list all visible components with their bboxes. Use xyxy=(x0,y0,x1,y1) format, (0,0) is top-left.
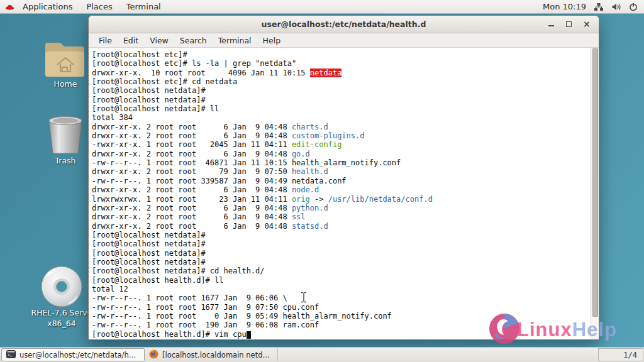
trash-icon xyxy=(34,113,97,156)
menu-edit[interactable]: Edit xyxy=(118,35,144,47)
taskbar-window-label: user@localhost:/etc/netdata/health.d xyxy=(19,351,140,359)
terminal-line: total 12 xyxy=(92,285,590,293)
taskbar-window-firefox[interactable]: [localhost.localdomain netdata dashb... xyxy=(145,348,278,361)
desktop: Applications Places Terminal Mon 10:19 xyxy=(0,0,644,362)
terminal-line: [root@localhost etc]# xyxy=(92,50,590,59)
terminal-line: drwxr-xr-x. 2 root root 6 Jan 9 04:48 ss… xyxy=(92,212,590,221)
menu-search[interactable]: Search xyxy=(174,35,213,47)
taskbar-spacer xyxy=(278,348,598,362)
menu-file[interactable]: File xyxy=(93,35,118,47)
terminal-line: [root@localhost netdata]# xyxy=(92,86,590,95)
text-cursor-pointer-icon xyxy=(300,292,308,305)
terminal-line: [root@localhost netdata]# ll xyxy=(92,104,590,113)
terminal-line: [root@localhost health.d]# ll xyxy=(92,276,590,285)
maximize-button[interactable] xyxy=(565,21,572,28)
scrollbar[interactable] xyxy=(591,48,599,339)
terminal-window: user@localhost:/etc/netdata/health.d × F… xyxy=(88,15,599,340)
terminal-line: -rwxr-xr-x. 1 root root 2045 Jan 11 04:1… xyxy=(92,140,590,149)
menu-terminal[interactable]: Terminal xyxy=(213,35,257,47)
terminal-line: [root@localhost health.d]# vim cpu xyxy=(92,330,590,339)
terminal-line: -rw-r--r--. 1 root root 1677 Jan 9 06:06… xyxy=(92,293,590,302)
close-button[interactable]: × xyxy=(583,21,590,28)
network-icon[interactable] xyxy=(594,3,604,11)
desktop-icon-trash[interactable]: Trash xyxy=(34,113,97,167)
desktop-icon-label: Home xyxy=(34,79,97,90)
terminal-line: drwxr-xr-x. 2 root root 6 Jan 9 04:48 cu… xyxy=(92,131,590,140)
menu-view[interactable]: View xyxy=(144,35,174,47)
terminal-line: [root@localhost netdata]# xyxy=(92,258,590,266)
terminal-screen-lines: [root@localhost etc]# [root@localhost et… xyxy=(92,50,590,339)
desktop-icon-label: Trash xyxy=(34,156,97,167)
workspace-indicator[interactable]: 1/4 xyxy=(598,348,643,361)
terminal-line: -rw-r--r--. 1 root root 1677 Jan 9 07:50… xyxy=(92,303,590,312)
terminal-screen[interactable]: [root@localhost etc]# [root@localhost et… xyxy=(89,48,599,339)
desktop-icon-rhel-disc[interactable]: RHEL-7.6 Serve x86_64 xyxy=(30,265,93,329)
terminal-line: total 384 xyxy=(92,113,590,122)
window-title: user@localhost:/etc/netdata/health.d xyxy=(89,19,599,29)
terminal-line: drwxr-xr-x. 2 root root 79 Jan 9 07:50 h… xyxy=(92,167,590,176)
menu-places[interactable]: Places xyxy=(79,1,119,13)
volume-icon[interactable] xyxy=(611,3,621,11)
taskbar-window-label: [localhost.localdomain netdata dashb... xyxy=(162,351,273,359)
terminal-line: drwxr-xr-x. 10 root root 4096 Jan 11 10:… xyxy=(92,69,590,77)
cd-disc-icon xyxy=(30,265,93,308)
taskbar-window-terminal[interactable]: user@localhost:/etc/netdata/health.d xyxy=(1,348,145,361)
top-panel: Applications Places Terminal Mon 10:19 xyxy=(0,0,644,14)
terminal-line: [root@localhost netdata]# xyxy=(92,96,590,104)
terminal-line: -rw-r--r--. 1 root root 46871 Jan 11 10:… xyxy=(92,158,590,167)
menu-help[interactable]: Help xyxy=(257,35,287,47)
menu-applications[interactable]: Applications xyxy=(16,1,79,13)
terminal-line: [root@localhost netdata]# xyxy=(92,239,590,248)
terminal-line: [root@localhost netdata]# xyxy=(92,249,590,258)
desktop-icon-label: RHEL-7.6 Serve xyxy=(30,308,93,319)
terminal-line: drwxr-xr-x. 2 root root 6 Jan 9 04:48 st… xyxy=(92,222,590,231)
terminal-icon xyxy=(6,350,16,360)
terminal-menubar: File Edit View Search Terminal Help xyxy=(89,33,599,48)
terminal-line: [root@localhost etc]# ls -la | grep "net… xyxy=(92,59,590,68)
minimize-button[interactable] xyxy=(548,21,555,28)
home-folder-icon xyxy=(34,38,97,79)
terminal-line: [root@localhost netdata]# cd health.d/ xyxy=(92,266,590,275)
terminal-line: drwxr-xr-x. 2 root root 6 Jan 9 04:48 no… xyxy=(92,185,590,194)
menu-terminal-app[interactable]: Terminal xyxy=(119,1,168,13)
terminal-line: -rw-r--r--. 1 root root 0 Jan 9 05:49 he… xyxy=(92,312,590,321)
firefox-icon xyxy=(149,349,158,361)
taskbar: user@localhost:/etc/netdata/health.d [lo… xyxy=(0,347,644,362)
terminal-line: [root@localhost netdata]# xyxy=(92,231,590,239)
terminal-line: lrwxrwxrwx. 1 root root 23 Jan 11 04:11 … xyxy=(92,195,590,204)
redhat-logo-icon xyxy=(5,3,14,11)
scrollbar-thumb[interactable] xyxy=(592,48,598,317)
power-icon[interactable] xyxy=(629,3,638,11)
terminal-line: drwxr-xr-x. 2 root root 6 Jan 9 04:48 ch… xyxy=(92,123,590,131)
desktop-icon-label2: x86_64 xyxy=(30,319,93,329)
desktop-icon-home[interactable]: Home xyxy=(34,38,97,90)
window-titlebar[interactable]: user@localhost:/etc/netdata/health.d × xyxy=(89,16,599,33)
terminal-line: drwxr-xr-x. 2 root root 6 Jan 9 04:48 go… xyxy=(92,150,590,158)
terminal-line: -rw-r--r--. 1 root root 339587 Jan 9 04:… xyxy=(92,177,590,185)
terminal-line: -rw-r--r--. 1 root root 190 Jan 9 06:08 … xyxy=(92,321,590,329)
terminal-line: [root@localhost etc]# cd netdata xyxy=(92,77,590,86)
terminal-line: drwxr-xr-x. 2 root root 6 Jan 9 04:48 py… xyxy=(92,204,590,212)
clock[interactable]: Mon 10:19 xyxy=(543,2,586,11)
